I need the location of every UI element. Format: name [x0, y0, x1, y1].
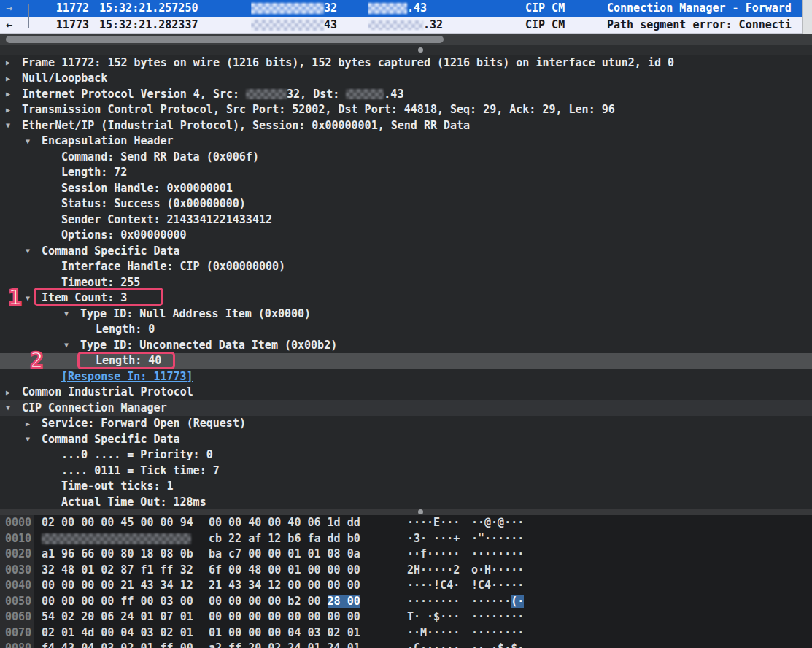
divider-grip-icon: [418, 509, 423, 514]
tree-row-command[interactable]: Command: Send RR Data (0x006f): [0, 149, 812, 165]
tree-row-label: Null/Loopback: [22, 72, 107, 85]
hex-offset: 0010: [5, 531, 31, 547]
tree-row-cm-command-specific-data[interactable]: ▼Command Specific Data: [0, 431, 812, 447]
tree-row-label: .43: [384, 88, 403, 101]
packet-detail-pane: ▶Frame 11772: 152 bytes on wire (1216 bi…: [0, 55, 812, 509]
collapsed-arrow-icon[interactable]: ▶: [6, 58, 22, 66]
tree-row-encapsulation-header[interactable]: ▼Encapsulation Header: [0, 134, 812, 150]
hex-row-0080[interactable]: 0080f4 43 04 03 02 01 ff 00a2 ff 20 02 2…: [0, 641, 812, 648]
hex-row-0070[interactable]: 007002 01 4d 00 04 03 02 0101 00 00 00 0…: [0, 625, 812, 641]
packet-number: 11773: [32, 17, 93, 33]
ascii-bytes: ········: [471, 609, 524, 625]
packet-info: Path segment error: Connecti: [607, 17, 812, 33]
tree-row-label: Length: 0: [96, 323, 155, 336]
packet-list-vertical-scrollbar[interactable]: [802, 0, 812, 34]
tree-row-length-40-selected[interactable]: Length: 40: [0, 353, 812, 369]
hex-row-0030[interactable]: 003032 48 01 02 87 f1 ff 326f 00 48 00 0…: [0, 563, 812, 579]
tree-row-tick-time[interactable]: .... 0111 = Tick time: 7: [0, 463, 812, 479]
tree-row-label: .... 0111 = Tick time: 7: [61, 464, 220, 477]
tree-row-sender-context[interactable]: Sender Context: 2143341221433412: [0, 212, 812, 228]
tree-row-cip-connection-manager[interactable]: ▼CIP Connection Manager: [0, 400, 812, 416]
response-in-link[interactable]: [Response In: 11773]: [61, 370, 193, 383]
expanded-arrow-icon[interactable]: ▼: [64, 341, 80, 349]
tree-row-label: Type ID: Unconnected Data Item (0x00b2): [80, 339, 337, 352]
pane-divider-top[interactable]: [0, 45, 812, 55]
hex-bytes: ba c7 00 00 01 01 08 0a: [209, 547, 360, 563]
tree-row-actual-time-out[interactable]: Actual Time Out: 128ms: [0, 494, 812, 509]
tree-row-length-0[interactable]: Length: 0: [0, 322, 812, 338]
tree-row-null-loopback[interactable]: ▶Null/Loopback: [0, 71, 812, 87]
tree-row-timeout[interactable]: Timeout: 255: [0, 274, 812, 290]
expanded-arrow-icon[interactable]: ▼: [26, 137, 42, 145]
packet-list-horizontal-scrollbar[interactable]: [0, 34, 812, 45]
ascii-bytes: ·3· ···+: [407, 531, 460, 547]
hex-dump-pane: 000002 00 00 00 45 00 00 9400 00 40 00 4…: [0, 515, 812, 648]
tree-row-ipv4[interactable]: ▶Internet Protocol Version 4, Src: 32, D…: [0, 86, 812, 102]
hex-row-0010[interactable]: 0010cb 22 af 12 b6 fa dd b0·3· ···+·"···…: [0, 531, 812, 547]
hex-row-0040[interactable]: 004000 00 00 00 21 43 34 1221 43 34 12 0…: [0, 578, 812, 594]
collapsed-arrow-icon[interactable]: ▶: [6, 74, 22, 82]
tree-row-options[interactable]: Options: 0x00000000: [0, 228, 812, 244]
packet-row-11773[interactable]: ← 11773 15:32:21.282337 43 .32 CIP CM Pa…: [0, 17, 812, 34]
tree-row-status[interactable]: Status: Success (0x00000000): [0, 196, 812, 212]
hex-row-0020[interactable]: 0020a1 96 66 00 80 18 08 0bba c7 00 00 0…: [0, 547, 812, 563]
tree-row-label: Status: Success (0x00000000): [61, 197, 246, 210]
pane-divider-bottom[interactable]: [0, 509, 812, 515]
hex-row-0060[interactable]: 006054 02 20 06 24 01 07 0100 00 00 00 0…: [0, 609, 812, 625]
hex-offset: 0030: [5, 563, 31, 579]
tree-row-type-id-unconnected[interactable]: ▼Type ID: Unconnected Data Item (0x00b2): [0, 337, 812, 353]
collapsed-arrow-icon[interactable]: ▶: [6, 388, 22, 396]
ascii-bytes: ······(·: [471, 594, 524, 610]
tree-row-label: Length: 72: [61, 166, 127, 179]
tree-row-label: Options: 0x00000000: [61, 228, 187, 242]
tree-row-timeout-ticks[interactable]: Time-out ticks: 1: [0, 479, 812, 495]
related-packet-line: [28, 4, 29, 28]
hex-bytes: 00 00 00 00 b2 00 28 00: [209, 594, 360, 610]
highlighted-ascii[interactable]: (·: [511, 595, 524, 608]
tree-row-length-72[interactable]: Length: 72: [0, 165, 812, 181]
tree-row-command-specific-data[interactable]: ▼Command Specific Data: [0, 243, 812, 259]
hex-offset: 0040: [5, 578, 31, 594]
tree-row-service-forward-open[interactable]: ▶Service: Forward Open (Request): [0, 416, 812, 432]
tree-row-item-count[interactable]: ▼Item Count: 3: [0, 290, 812, 306]
hex-bytes: 01 00 00 00 04 03 02 01: [209, 625, 360, 641]
packet-time: 15:32:21.257250: [93, 0, 251, 17]
expanded-arrow-icon[interactable]: ▼: [26, 247, 42, 255]
ascii-bytes: ····!C4·: [407, 578, 460, 594]
expanded-arrow-icon[interactable]: ▼: [64, 309, 80, 317]
tree-row-label: Command: Send RR Data (0x006f): [61, 150, 259, 163]
redacted-source-ip: [251, 20, 324, 31]
ascii-bytes: ········: [471, 625, 524, 641]
tree-row-label: Type ID: Null Address Item (0x0000): [80, 307, 311, 320]
tree-row-tcp[interactable]: ▶Transmission Control Protocol, Src Port…: [0, 102, 812, 118]
collapsed-arrow-icon[interactable]: ▶: [6, 90, 22, 98]
horizontal-scrollbar-thumb[interactable]: [6, 36, 444, 43]
tree-row-enip[interactable]: ▼EtherNet/IP (Industrial Protocol), Sess…: [0, 117, 812, 134]
expanded-arrow-icon[interactable]: ▼: [6, 404, 22, 412]
hex-row-0050[interactable]: 005000 00 00 00 ff 00 03 0000 00 00 00 b…: [0, 594, 812, 610]
hex-bytes: a1 96 66 00 80 18 08 0b: [42, 547, 193, 563]
ascii-bytes: ·"······: [471, 531, 524, 547]
expanded-arrow-icon[interactable]: ▼: [26, 294, 42, 302]
expanded-arrow-icon[interactable]: ▼: [6, 121, 22, 129]
hex-row-0000[interactable]: 000002 00 00 00 45 00 00 9400 00 40 00 4…: [0, 515, 812, 531]
tree-row-interface-handle[interactable]: Interface Handle: CIP (0x00000000): [0, 259, 812, 275]
tree-row-frame[interactable]: ▶Frame 11772: 152 bytes on wire (1216 bi…: [0, 55, 812, 71]
tree-row-priority[interactable]: ...0 .... = Priority: 0: [0, 447, 812, 463]
redacted-destination-ip: [368, 3, 407, 14]
tree-row-cip[interactable]: ▶Common Industrial Protocol: [0, 385, 812, 401]
highlighted-bytes-28-00[interactable]: 28 00: [328, 595, 360, 608]
packet-number: 11772: [32, 0, 93, 17]
packet-time: 15:32:21.282337: [93, 17, 251, 33]
expanded-arrow-icon[interactable]: ▼: [26, 435, 42, 443]
hex-bytes: 32 48 01 02 87 f1 ff 32: [42, 563, 193, 579]
tree-row-response-in[interactable]: [Response In: 11773]: [0, 369, 812, 385]
tree-row-session-handle[interactable]: Session Handle: 0x00000001: [0, 180, 812, 196]
tree-row-type-id-null-address[interactable]: ▼Type ID: Null Address Item (0x0000): [0, 306, 812, 322]
collapsed-arrow-icon[interactable]: ▶: [6, 106, 22, 114]
collapsed-arrow-icon[interactable]: ▶: [26, 420, 42, 428]
packet-list: → 11772 15:32:21.257250 32 .43 CIP CM Co…: [0, 0, 812, 34]
packet-row-11772[interactable]: → 11772 15:32:21.257250 32 .43 CIP CM Co…: [0, 0, 812, 17]
tree-row-label: Command Specific Data: [42, 433, 180, 446]
hex-bytes: 54 02 20 06 24 01 07 01: [42, 609, 193, 625]
